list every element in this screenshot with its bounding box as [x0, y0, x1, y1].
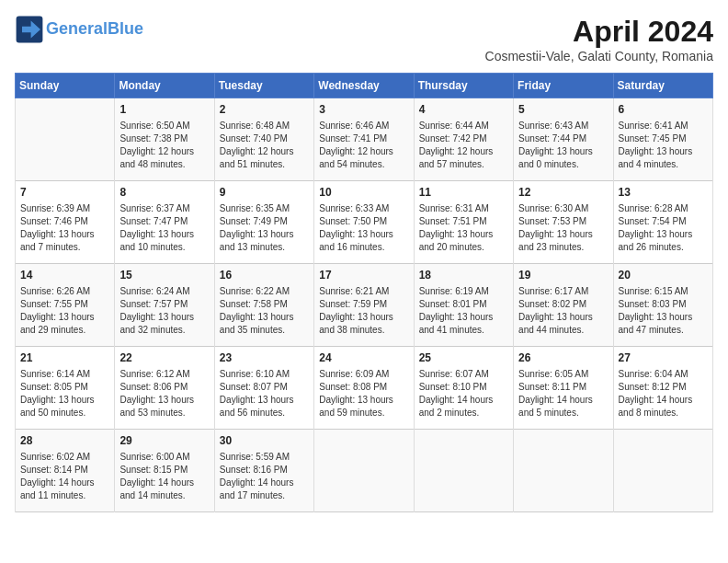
calendar-cell: 28Sunrise: 6:02 AM Sunset: 8:14 PM Dayli… — [16, 430, 115, 512]
calendar-cell: 11Sunrise: 6:31 AM Sunset: 7:51 PM Dayli… — [414, 181, 513, 264]
day-info: Sunrise: 6:02 AM Sunset: 8:14 PM Dayligh… — [20, 451, 109, 502]
day-number: 19 — [518, 268, 608, 283]
title-area: April 2024 Cosmestii-Vale, Galati County… — [485, 15, 713, 63]
calendar-cell: 14Sunrise: 6:26 AM Sunset: 7:55 PM Dayli… — [16, 264, 115, 347]
calendar-cell: 25Sunrise: 6:07 AM Sunset: 8:10 PM Dayli… — [414, 347, 513, 430]
day-number: 26 — [518, 350, 608, 366]
day-header: Wednesday — [314, 74, 414, 98]
day-header: Thursday — [414, 74, 513, 98]
calendar-cell: 23Sunrise: 6:10 AM Sunset: 8:07 PM Dayli… — [214, 347, 313, 430]
calendar-cell: 1Sunrise: 6:50 AM Sunset: 7:38 PM Daylig… — [115, 98, 214, 181]
calendar-cell: 20Sunrise: 6:15 AM Sunset: 8:03 PM Dayli… — [613, 264, 712, 347]
calendar-week-row: 14Sunrise: 6:26 AM Sunset: 7:55 PM Dayli… — [16, 264, 713, 347]
day-info: Sunrise: 6:24 AM Sunset: 7:57 PM Dayligh… — [119, 285, 209, 337]
month-title: April 2024 — [485, 15, 713, 49]
day-info: Sunrise: 6:19 AM Sunset: 8:01 PM Dayligh… — [419, 285, 508, 337]
day-number: 13 — [619, 185, 708, 201]
day-info: Sunrise: 6:17 AM Sunset: 8:02 PM Dayligh… — [518, 285, 608, 337]
day-number: 27 — [619, 350, 708, 366]
day-number: 21 — [20, 350, 109, 366]
day-number: 18 — [419, 268, 508, 283]
day-number: 8 — [119, 185, 209, 201]
day-info: Sunrise: 6:14 AM Sunset: 8:05 PM Dayligh… — [20, 368, 109, 419]
day-number: 9 — [220, 185, 309, 201]
day-number: 4 — [419, 102, 508, 118]
day-info: Sunrise: 6:35 AM Sunset: 7:49 PM Dayligh… — [220, 202, 309, 254]
calendar-cell: 4Sunrise: 6:44 AM Sunset: 7:42 PM Daylig… — [414, 98, 513, 181]
day-info: Sunrise: 6:04 AM Sunset: 8:12 PM Dayligh… — [619, 368, 708, 419]
day-info: Sunrise: 6:39 AM Sunset: 7:46 PM Dayligh… — [20, 202, 109, 254]
day-header: Friday — [514, 74, 613, 98]
day-info: Sunrise: 6:22 AM Sunset: 7:58 PM Dayligh… — [220, 285, 309, 337]
day-number: 14 — [20, 268, 109, 283]
day-info: Sunrise: 6:21 AM Sunset: 7:59 PM Dayligh… — [319, 285, 408, 337]
day-info: Sunrise: 6:12 AM Sunset: 8:06 PM Dayligh… — [119, 368, 209, 419]
calendar-cell — [314, 430, 414, 512]
calendar-cell: 21Sunrise: 6:14 AM Sunset: 8:05 PM Dayli… — [16, 347, 115, 430]
logo-general: General — [46, 19, 108, 38]
calendar-cell: 8Sunrise: 6:37 AM Sunset: 7:47 PM Daylig… — [115, 181, 214, 264]
day-info: Sunrise: 6:09 AM Sunset: 8:08 PM Dayligh… — [319, 368, 408, 419]
day-info: Sunrise: 6:26 AM Sunset: 7:55 PM Dayligh… — [20, 285, 109, 337]
day-number: 15 — [119, 268, 209, 283]
day-info: Sunrise: 5:59 AM Sunset: 8:16 PM Dayligh… — [220, 451, 309, 502]
calendar-cell: 30Sunrise: 5:59 AM Sunset: 8:16 PM Dayli… — [214, 430, 313, 512]
calendar-cell: 26Sunrise: 6:05 AM Sunset: 8:11 PM Dayli… — [514, 347, 613, 430]
calendar-header-row: SundayMondayTuesdayWednesdayThursdayFrid… — [16, 74, 713, 98]
calendar-week-row: 7Sunrise: 6:39 AM Sunset: 7:46 PM Daylig… — [16, 181, 713, 264]
day-number: 29 — [119, 433, 209, 449]
calendar-cell: 15Sunrise: 6:24 AM Sunset: 7:57 PM Dayli… — [115, 264, 214, 347]
calendar-cell: 29Sunrise: 6:00 AM Sunset: 8:15 PM Dayli… — [115, 430, 214, 512]
calendar-cell: 16Sunrise: 6:22 AM Sunset: 7:58 PM Dayli… — [214, 264, 313, 347]
page-header: GeneralBlue April 2024 Cosmestii-Vale, G… — [15, 15, 713, 63]
calendar-cell: 5Sunrise: 6:43 AM Sunset: 7:44 PM Daylig… — [514, 98, 613, 181]
calendar-cell: 17Sunrise: 6:21 AM Sunset: 7:59 PM Dayli… — [314, 264, 414, 347]
calendar-cell — [613, 430, 712, 512]
day-number: 2 — [220, 102, 309, 118]
calendar-week-row: 21Sunrise: 6:14 AM Sunset: 8:05 PM Dayli… — [16, 347, 713, 430]
day-info: Sunrise: 6:33 AM Sunset: 7:50 PM Dayligh… — [319, 202, 408, 254]
day-info: Sunrise: 6:46 AM Sunset: 7:41 PM Dayligh… — [319, 120, 408, 171]
day-number: 16 — [220, 268, 309, 283]
day-header: Saturday — [613, 74, 712, 98]
calendar-cell: 10Sunrise: 6:33 AM Sunset: 7:50 PM Dayli… — [314, 181, 414, 264]
day-number: 11 — [419, 185, 508, 201]
day-info: Sunrise: 6:10 AM Sunset: 8:07 PM Dayligh… — [220, 368, 309, 419]
calendar-cell: 13Sunrise: 6:28 AM Sunset: 7:54 PM Dayli… — [613, 181, 712, 264]
calendar-cell: 18Sunrise: 6:19 AM Sunset: 8:01 PM Dayli… — [414, 264, 513, 347]
day-number: 3 — [319, 102, 408, 118]
day-number: 17 — [319, 268, 408, 283]
day-info: Sunrise: 6:37 AM Sunset: 7:47 PM Dayligh… — [119, 202, 209, 254]
day-info: Sunrise: 6:28 AM Sunset: 7:54 PM Dayligh… — [619, 202, 708, 254]
day-number: 12 — [518, 185, 608, 201]
calendar-cell: 12Sunrise: 6:30 AM Sunset: 7:53 PM Dayli… — [514, 181, 613, 264]
day-number: 7 — [20, 185, 109, 201]
day-info: Sunrise: 6:07 AM Sunset: 8:10 PM Dayligh… — [419, 368, 508, 419]
day-info: Sunrise: 6:05 AM Sunset: 8:11 PM Dayligh… — [518, 368, 608, 419]
day-number: 20 — [619, 268, 708, 283]
day-info: Sunrise: 6:00 AM Sunset: 8:15 PM Dayligh… — [119, 451, 209, 502]
day-info: Sunrise: 6:41 AM Sunset: 7:45 PM Dayligh… — [619, 120, 708, 171]
calendar-cell — [414, 430, 513, 512]
logo: GeneralBlue — [15, 15, 143, 44]
calendar-cell: 6Sunrise: 6:41 AM Sunset: 7:45 PM Daylig… — [613, 98, 712, 181]
day-number: 24 — [319, 350, 408, 366]
day-number: 28 — [20, 433, 109, 449]
calendar-cell: 9Sunrise: 6:35 AM Sunset: 7:49 PM Daylig… — [214, 181, 313, 264]
day-info: Sunrise: 6:30 AM Sunset: 7:53 PM Dayligh… — [518, 202, 608, 254]
day-number: 6 — [619, 102, 708, 118]
day-number: 30 — [220, 433, 309, 449]
day-number: 25 — [419, 350, 508, 366]
day-header: Monday — [115, 74, 214, 98]
day-info: Sunrise: 6:48 AM Sunset: 7:40 PM Dayligh… — [220, 120, 309, 171]
calendar-cell: 2Sunrise: 6:48 AM Sunset: 7:40 PM Daylig… — [214, 98, 313, 181]
day-info: Sunrise: 6:44 AM Sunset: 7:42 PM Dayligh… — [419, 120, 508, 171]
calendar-cell: 24Sunrise: 6:09 AM Sunset: 8:08 PM Dayli… — [314, 347, 414, 430]
day-info: Sunrise: 6:31 AM Sunset: 7:51 PM Dayligh… — [419, 202, 508, 254]
location-subtitle: Cosmestii-Vale, Galati County, Romania — [485, 49, 713, 63]
day-number: 5 — [518, 102, 608, 118]
calendar-week-row: 1Sunrise: 6:50 AM Sunset: 7:38 PM Daylig… — [16, 98, 713, 181]
calendar-cell: 7Sunrise: 6:39 AM Sunset: 7:46 PM Daylig… — [16, 181, 115, 264]
logo-icon — [15, 15, 44, 44]
day-number: 22 — [119, 350, 209, 366]
